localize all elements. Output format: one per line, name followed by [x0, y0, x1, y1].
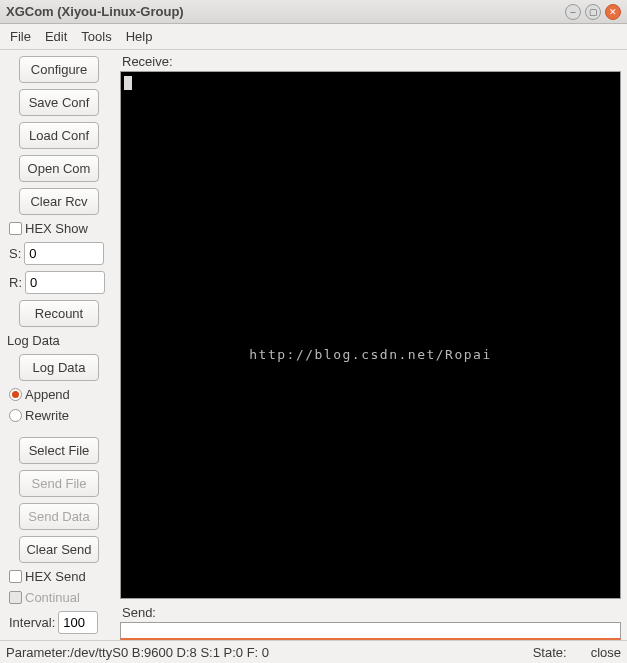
hex-show-checkbox[interactable]	[9, 222, 22, 235]
open-com-button[interactable]: Open Com	[19, 155, 99, 182]
send-data-button: Send Data	[19, 503, 99, 530]
hex-show-row[interactable]: HEX Show	[5, 221, 113, 236]
r-input[interactable]	[25, 271, 105, 294]
r-label: R:	[9, 275, 22, 290]
receive-label: Receive:	[120, 52, 621, 71]
interval-label: Interval:	[9, 615, 55, 630]
sidebar: Configure Save Conf Load Conf Open Com C…	[0, 50, 118, 640]
hex-send-row[interactable]: HEX Send	[5, 569, 113, 584]
interval-row: Interval:	[5, 611, 113, 634]
state-label: State:	[533, 645, 567, 660]
terminal-cursor-icon	[124, 76, 132, 90]
rewrite-radio[interactable]	[9, 409, 22, 422]
menu-tools[interactable]: Tools	[81, 29, 111, 44]
s-label: S:	[9, 246, 21, 261]
interval-input[interactable]	[58, 611, 98, 634]
parameter-value: /dev/ttyS0 B:9600 D:8 S:1 P:0 F: 0	[70, 645, 269, 660]
watermark-text: http://blog.csdn.net/Ropai	[121, 347, 620, 362]
menubar: File Edit Tools Help	[0, 24, 627, 50]
s-input[interactable]	[24, 242, 104, 265]
titlebar: XGCom (Xiyou-Linux-Group) – ▢ ✕	[0, 0, 627, 24]
menu-file[interactable]: File	[10, 29, 31, 44]
maximize-button[interactable]: ▢	[585, 4, 601, 20]
r-row: R:	[5, 271, 113, 294]
configure-button[interactable]: Configure	[19, 56, 99, 83]
append-label: Append	[25, 387, 70, 402]
main-panel: Receive: http://blog.csdn.net/Ropai Send…	[118, 50, 627, 640]
receive-terminal[interactable]: http://blog.csdn.net/Ropai	[120, 71, 621, 599]
rewrite-row[interactable]: Rewrite	[5, 408, 113, 423]
send-label: Send:	[120, 603, 621, 622]
s-row: S:	[5, 242, 113, 265]
append-radio[interactable]	[9, 388, 22, 401]
rewrite-label: Rewrite	[25, 408, 69, 423]
hex-send-checkbox[interactable]	[9, 570, 22, 583]
parameter-label: Parameter:	[6, 645, 70, 660]
hex-show-label: HEX Show	[25, 221, 88, 236]
send-input[interactable]	[120, 622, 621, 640]
continual-row: Continual	[5, 590, 113, 605]
close-button[interactable]: ✕	[605, 4, 621, 20]
logdata-section-label: Log Data	[5, 333, 113, 348]
content: Configure Save Conf Load Conf Open Com C…	[0, 50, 627, 640]
continual-label: Continual	[25, 590, 80, 605]
clear-rcv-button[interactable]: Clear Rcv	[19, 188, 99, 215]
clear-send-button[interactable]: Clear Send	[19, 536, 99, 563]
save-conf-button[interactable]: Save Conf	[19, 89, 99, 116]
window-buttons: – ▢ ✕	[565, 4, 621, 20]
menu-edit[interactable]: Edit	[45, 29, 67, 44]
continual-checkbox	[9, 591, 22, 604]
radio-dot-icon	[12, 391, 19, 398]
load-conf-button[interactable]: Load Conf	[19, 122, 99, 149]
window-title: XGCom (Xiyou-Linux-Group)	[6, 4, 565, 19]
log-data-button[interactable]: Log Data	[19, 354, 99, 381]
menu-help[interactable]: Help	[126, 29, 153, 44]
statusbar: Parameter: /dev/ttyS0 B:9600 D:8 S:1 P:0…	[0, 640, 627, 663]
send-file-button: Send File	[19, 470, 99, 497]
recount-button[interactable]: Recount	[19, 300, 99, 327]
minimize-button[interactable]: –	[565, 4, 581, 20]
select-file-button[interactable]: Select File	[19, 437, 99, 464]
append-row[interactable]: Append	[5, 387, 113, 402]
send-area: Send:	[120, 603, 621, 640]
hex-send-label: HEX Send	[25, 569, 86, 584]
state-value: close	[591, 645, 621, 660]
